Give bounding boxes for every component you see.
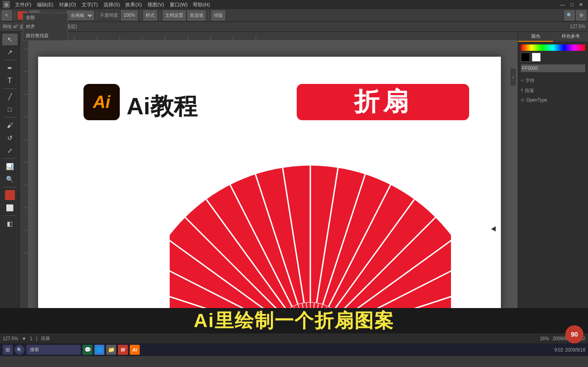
taskbar-time: 9:02 bbox=[554, 347, 563, 352]
tool-separator-5 bbox=[3, 187, 17, 187]
separator-1: | bbox=[36, 336, 37, 341]
cortana-btn[interactable]: 🔍 bbox=[15, 345, 24, 355]
home-icon[interactable]: ⊞ bbox=[3, 1, 10, 8]
float-panel-pathfinder[interactable]: 路径查找器 bbox=[23, 31, 68, 40]
cpu-info: 16% bbox=[540, 336, 549, 341]
settings-icon-btn[interactable]: ⚙ bbox=[576, 10, 586, 20]
text-tool[interactable]: T bbox=[2, 75, 18, 87]
wechat-icon[interactable]: 💬 bbox=[83, 345, 93, 355]
float-panel-align[interactable]: 对齐 bbox=[23, 22, 68, 31]
browser-icon[interactable]: 🌐 bbox=[94, 345, 104, 355]
left-toolbar: 全部 对齐 路径查找器 ↖ ↗ ✒ T ╱ □ 🖌 ↺ ⤢ 📊 🔍 ⬜ ◧ bbox=[0, 32, 20, 308]
tool-separator-3 bbox=[3, 117, 17, 117]
toolbar-separator-1 bbox=[15, 11, 15, 20]
transparency-value-btn[interactable]: 100% bbox=[121, 10, 137, 20]
para-section-title: 段落 bbox=[525, 88, 534, 94]
speed-indicator: 90 bbox=[565, 325, 583, 343]
maximize-btn[interactable]: □ bbox=[568, 2, 576, 7]
toolbar-separator-6 bbox=[160, 11, 160, 20]
ai-taskbar-icon[interactable]: Ai bbox=[130, 345, 140, 355]
search-icon-btn[interactable]: 🔍 bbox=[564, 10, 574, 20]
tool-separator-1 bbox=[3, 60, 17, 60]
rect-tool[interactable]: □ bbox=[2, 103, 18, 115]
float-panel-all[interactable]: 全部 bbox=[23, 13, 68, 22]
tool-separator-2 bbox=[3, 88, 17, 89]
char-section-header: A 字符 bbox=[521, 76, 585, 85]
menu-window[interactable]: 窗口(W) bbox=[167, 1, 190, 8]
white-swatch[interactable] bbox=[532, 53, 541, 62]
right-panel-tabs: 颜色 样色参考 bbox=[518, 32, 588, 42]
connection-status: 连接 bbox=[41, 335, 50, 342]
start-button[interactable]: ⊞ bbox=[3, 345, 13, 355]
brush-tool[interactable]: 🖌 bbox=[2, 119, 18, 131]
files-icon[interactable]: 📁 bbox=[106, 345, 116, 355]
typography-btn[interactable]: 排版 bbox=[211, 10, 225, 20]
menu-bar: ⊞ 文件(F) 编辑(E) 对象(O) 文字(T) 选择(S) 效果(X) 视图… bbox=[0, 0, 588, 9]
zoom-tool[interactable]: 🔍 bbox=[2, 173, 18, 185]
canvas-info-bar: 网络 ai* @ 127.5 % (RGB/屏幕/图层) 127.5% bbox=[0, 22, 588, 32]
right-panel-collapse[interactable]: › bbox=[510, 68, 516, 86]
toolbar-separator-5 bbox=[140, 11, 141, 20]
scale-tool[interactable]: ⤢ bbox=[2, 145, 18, 157]
badge-text: 折扇 bbox=[354, 85, 412, 119]
menu-object[interactable]: 对象(O) bbox=[57, 1, 78, 8]
style-btn[interactable]: 样式 bbox=[143, 10, 157, 20]
transparency-label: 不透明度: bbox=[100, 12, 119, 19]
ai-logo-text: Ai bbox=[93, 93, 110, 112]
char-section-title: 字符 bbox=[525, 78, 534, 84]
red-badge: 折扇 bbox=[297, 84, 469, 120]
pen-tool[interactable]: ✒ bbox=[2, 62, 18, 74]
preferences-btn[interactable]: 首选项 bbox=[187, 10, 206, 20]
fill-tool[interactable] bbox=[5, 190, 15, 200]
subtitle-bar: Ai里绘制一个折扇图案 bbox=[0, 308, 588, 333]
menu-help[interactable]: 帮助(H) bbox=[191, 1, 212, 8]
ruler-left bbox=[20, 32, 28, 308]
tool-separator-6 bbox=[3, 215, 17, 216]
ai-logo: Ai bbox=[83, 84, 120, 120]
line-tool[interactable]: ╱ bbox=[2, 91, 18, 103]
page-number: 1 bbox=[30, 336, 33, 341]
word-icon[interactable]: W bbox=[118, 345, 128, 355]
doc-settings-btn[interactable]: 文档设置 bbox=[163, 10, 186, 20]
opentype-section-header: ◎ OpenType bbox=[521, 96, 585, 103]
minimize-btn[interactable]: — bbox=[558, 2, 567, 7]
tab-color-ref[interactable]: 样色参考 bbox=[553, 32, 588, 42]
menu-edit[interactable]: 编辑(E) bbox=[34, 1, 56, 8]
subtitle-text: Ai里绘制一个折扇图案 bbox=[194, 308, 394, 333]
taskbar: ⊞ 🔍 搜索 💬 🌐 📁 W Ai 9:02 2009/9/18 bbox=[0, 343, 588, 356]
main-area: 全部 对齐 路径查找器 ↖ ↗ ✒ T ╱ □ 🖌 ↺ ⤢ 📊 🔍 ⬜ ◧ bbox=[0, 32, 588, 308]
artboard-title: Ai教程 bbox=[127, 91, 197, 122]
black-swatch[interactable] bbox=[521, 53, 530, 62]
artboard-select[interactable]: 合画板 bbox=[67, 11, 94, 20]
direct-select-tool[interactable]: ↗ bbox=[2, 46, 18, 58]
hex-input-area[interactable]: FF0000 bbox=[521, 64, 585, 72]
close-btn[interactable]: ✕ bbox=[577, 2, 585, 8]
taskbar-date: 2009/9/18 bbox=[565, 347, 586, 352]
stroke-mode-tool[interactable]: ⬜ bbox=[2, 202, 18, 214]
selection-tool[interactable]: ↖ bbox=[2, 34, 18, 45]
zoom-status: 127.5% bbox=[3, 336, 18, 341]
screen-mode-tool[interactable]: ◧ bbox=[2, 218, 18, 230]
main-toolbar: ↖ ⊘ 图层 ai* 合画板 不透明度: 100% 样式 文档设置 首选项 排版… bbox=[0, 9, 588, 22]
graph-tool[interactable]: 📊 bbox=[2, 161, 18, 172]
toolbar-separator-7 bbox=[208, 11, 209, 20]
tool-separator-4 bbox=[3, 158, 17, 159]
menu-select[interactable]: 选择(S) bbox=[101, 1, 122, 8]
menu-file[interactable]: 文件(F) bbox=[13, 1, 34, 8]
menu-view[interactable]: 视图(V) bbox=[145, 1, 167, 8]
toolbar-separator-4 bbox=[97, 11, 97, 20]
menu-effect[interactable]: 效果(X) bbox=[123, 1, 144, 8]
tab-color[interactable]: 颜色 bbox=[518, 32, 553, 42]
svg-rect-0 bbox=[20, 32, 518, 40]
ruler-top bbox=[20, 32, 518, 40]
select-tool-btn[interactable]: ↖ bbox=[2, 10, 12, 20]
rotate-tool[interactable]: ↺ bbox=[2, 132, 18, 144]
fan-graphic bbox=[170, 147, 451, 308]
canvas-area[interactable]: Ai Ai教程 折扇 bbox=[20, 32, 518, 308]
float-panel: 全部 对齐 路径查找器 bbox=[23, 13, 68, 41]
search-bar[interactable]: 搜索 bbox=[26, 345, 81, 355]
color-spectrum[interactable] bbox=[521, 44, 585, 51]
svg-rect-12 bbox=[20, 40, 28, 308]
menu-text[interactable]: 文字(T) bbox=[79, 1, 100, 8]
right-panel: 颜色 样色参考 FF0000 A 字符 ¶ 段落 ◎ O bbox=[518, 32, 588, 308]
